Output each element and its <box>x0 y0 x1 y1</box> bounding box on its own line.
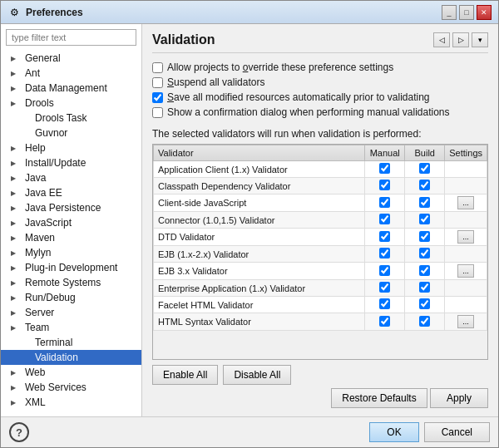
settings-mini-button[interactable]: ... <box>457 264 474 278</box>
tree-arrow-xml: ▶ <box>11 399 22 406</box>
footer-actions: OK Cancel <box>369 422 490 442</box>
sidebar-item-mylyn[interactable]: ▶Mylyn <box>1 245 141 260</box>
validator-build[interactable] <box>405 161 445 178</box>
sidebar-item-label-plugin-dev: Plug-in Development <box>25 262 117 273</box>
disable-all-button[interactable]: Disable All <box>223 365 291 385</box>
enable-all-button[interactable]: Enable All <box>152 365 218 385</box>
validator-manual[interactable] <box>365 229 405 246</box>
validator-settings[interactable]: ... <box>445 263 487 280</box>
validator-build[interactable] <box>405 313 445 331</box>
sidebar-item-java-persistence[interactable]: ▶Java Persistence <box>1 200 141 215</box>
sidebar-item-terminal[interactable]: Terminal <box>1 335 141 350</box>
sidebar-item-maven[interactable]: ▶Maven <box>1 230 141 245</box>
validator-name: Connector (1.0,1.5) Validator <box>154 212 365 229</box>
sidebar-item-server[interactable]: ▶Server <box>1 305 141 320</box>
sidebar-item-install-update[interactable]: ▶Install/Update <box>1 155 141 170</box>
validator-name: Application Client (1.x) Validator <box>154 161 365 178</box>
save-modified-checkbox[interactable] <box>152 92 163 103</box>
validator-settings[interactable]: ... <box>445 194 487 212</box>
validator-settings[interactable]: ... <box>445 313 487 331</box>
ok-button[interactable]: OK <box>369 422 418 442</box>
validator-manual[interactable] <box>365 161 405 178</box>
sidebar-item-label-remote-systems: Remote Systems <box>25 277 101 288</box>
sidebar-item-label-java: Java <box>25 172 46 184</box>
settings-mini-button[interactable]: ... <box>457 315 474 328</box>
allow-override-label: Allow projects to override these prefere… <box>167 62 393 73</box>
validator-settings <box>445 297 487 313</box>
panel-title: Validation ◁ ▷ ▾ <box>152 32 488 53</box>
sidebar-item-remote-systems[interactable]: ▶Remote Systems <box>1 275 141 290</box>
show-confirmation-row: Show a confirmation dialog when performi… <box>152 106 488 118</box>
sidebar-item-data-management[interactable]: ▶Data Management <box>1 81 141 96</box>
sidebar-item-label-server: Server <box>25 307 54 318</box>
show-confirmation-checkbox[interactable] <box>152 107 163 118</box>
filter-input[interactable] <box>6 29 136 46</box>
sidebar-item-drools[interactable]: ▶Drools <box>1 96 141 111</box>
validator-manual[interactable] <box>365 246 405 263</box>
maximize-button[interactable]: □ <box>459 5 474 20</box>
settings-mini-button[interactable]: ... <box>457 196 474 209</box>
sidebar-item-label-validation: Validation <box>35 352 78 363</box>
tree-arrow-general: ▶ <box>11 55 22 62</box>
sidebar-item-label-terminal: Terminal <box>35 337 72 348</box>
validator-build[interactable] <box>405 246 445 263</box>
tree-arrow-java-persistence: ▶ <box>11 204 22 212</box>
nav-forward-button[interactable]: ▷ <box>452 32 469 47</box>
tree-arrow-plugin-dev: ▶ <box>11 264 22 272</box>
sidebar-item-ant[interactable]: ▶Ant <box>1 66 141 81</box>
nav-back-button[interactable]: ◁ <box>433 32 450 47</box>
table-row: Enterprise Application (1.x) Validator <box>154 280 487 297</box>
sidebar-item-label-web: Web <box>25 367 45 378</box>
sidebar-item-javascript[interactable]: ▶JavaScript <box>1 215 141 230</box>
validator-build[interactable] <box>405 194 445 212</box>
sidebar-item-drools-task[interactable]: Drools Task <box>1 111 141 126</box>
restore-defaults-button[interactable]: Restore Defaults <box>331 388 427 408</box>
sidebar-item-plugin-dev[interactable]: ▶Plug-in Development <box>1 260 141 275</box>
sidebar-item-team[interactable]: ▶Team <box>1 320 141 335</box>
validator-build[interactable] <box>405 178 445 194</box>
sidebar-item-label-install-update: Install/Update <box>25 157 86 169</box>
validator-build[interactable] <box>405 280 445 297</box>
sidebar-item-label-general: General <box>25 52 61 64</box>
allow-override-checkbox[interactable] <box>152 62 163 73</box>
sidebar-item-web-services[interactable]: ▶Web Services <box>1 380 141 395</box>
validator-manual[interactable] <box>365 178 405 194</box>
validator-manual[interactable] <box>365 194 405 212</box>
validator-manual[interactable] <box>365 297 405 313</box>
validator-manual[interactable] <box>365 212 405 229</box>
help-button[interactable]: ? <box>9 422 29 442</box>
sidebar-item-java-ee[interactable]: ▶Java EE <box>1 185 141 200</box>
validator-build[interactable] <box>405 263 445 280</box>
validator-manual[interactable] <box>365 313 405 331</box>
suspend-label: Suspend all validators <box>167 76 264 88</box>
validator-build[interactable] <box>405 297 445 313</box>
sidebar-item-java[interactable]: ▶Java <box>1 170 141 185</box>
sidebar-item-label-java-persistence: Java Persistence <box>25 202 101 214</box>
sidebar-item-validation[interactable]: Validation <box>1 350 141 365</box>
validator-name: Client-side JavaScript <box>154 194 365 212</box>
suspend-checkbox[interactable] <box>152 77 163 88</box>
sidebar-item-web[interactable]: ▶Web <box>1 365 141 380</box>
sidebar-item-help[interactable]: ▶Help <box>1 140 141 155</box>
sidebar-item-label-run-debug: Run/Debug <box>25 292 76 303</box>
validator-manual[interactable] <box>365 280 405 297</box>
sidebar-item-run-debug[interactable]: ▶Run/Debug <box>1 290 141 305</box>
nav-menu-button[interactable]: ▾ <box>472 32 488 47</box>
minimize-button[interactable]: _ <box>442 5 457 20</box>
validator-name: DTD Validator <box>154 229 365 246</box>
validator-settings[interactable]: ... <box>445 229 487 246</box>
validator-build[interactable] <box>405 229 445 246</box>
validator-manual[interactable] <box>365 263 405 280</box>
validators-scroll-area[interactable]: Validator Manual Build Settings Applicat… <box>153 145 487 359</box>
settings-mini-button[interactable]: ... <box>457 230 474 244</box>
tree-arrow-install-update: ▶ <box>11 160 22 167</box>
close-button[interactable]: ✕ <box>477 5 492 20</box>
sidebar-item-guvnor[interactable]: Guvnor <box>1 126 141 140</box>
apply-button[interactable]: Apply <box>430 388 488 408</box>
validators-table: Validator Manual Build Settings Applicat… <box>153 145 487 331</box>
sidebar-item-general[interactable]: ▶General <box>1 51 141 66</box>
cancel-button[interactable]: Cancel <box>424 422 490 442</box>
tree-arrow-maven: ▶ <box>11 234 22 242</box>
sidebar-item-xml[interactable]: ▶XML <box>1 395 141 410</box>
validator-build[interactable] <box>405 212 445 229</box>
